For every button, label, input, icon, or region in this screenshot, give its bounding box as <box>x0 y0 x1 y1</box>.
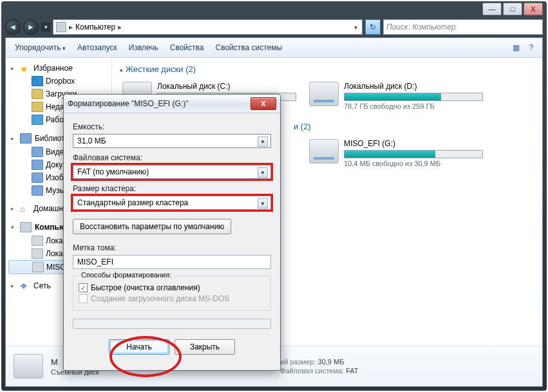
section-header[interactable]: ▴Жесткие диски (2) <box>120 62 534 79</box>
quick-format-checkbox[interactable]: ✓Быстрое (очистка оглавления) <box>79 283 265 292</box>
drive-icon <box>32 236 43 246</box>
folder-icon <box>32 89 43 99</box>
library-icon <box>32 185 43 196</box>
drive-item[interactable]: MISO_EFI (G:)10,4 МБ свободно из 30,9 МБ <box>307 136 486 170</box>
autorun-button[interactable]: Автозапуск <box>72 41 122 54</box>
history-dropdown[interactable]: ▾ <box>41 23 50 32</box>
system-properties-button[interactable]: Свойства системы <box>210 41 287 54</box>
checkbox-icon: ✓ <box>79 283 88 292</box>
home-icon: ⌂ <box>20 204 30 213</box>
chevron-down-icon: ▼ <box>258 136 268 147</box>
computer-icon <box>56 22 66 32</box>
properties-button[interactable]: Свойства <box>165 41 209 54</box>
toolbar: Упорядочить Автозапуск Извлечь Свойства … <box>6 38 542 58</box>
folder-icon <box>32 76 43 86</box>
format-options-label: Способы форматирования: <box>79 271 174 279</box>
nav-group-favorites[interactable]: ▸★Избранное <box>6 62 111 75</box>
hdd-icon <box>309 82 339 106</box>
network-icon: ❖ <box>20 281 30 290</box>
drive-name: MISO_EFI (G:) <box>344 139 483 148</box>
capacity-label: Емкость: <box>73 122 271 131</box>
drive-name: Локальный диск (C:) <box>157 82 296 91</box>
folder-icon <box>32 115 43 125</box>
volume-label-label: Метка тома: <box>73 243 271 252</box>
removable-drive-icon <box>309 139 339 163</box>
breadcrumb-sep-icon: ▸ <box>69 23 73 32</box>
format-options-group: Способы форматирования: ✓Быстрое (очистк… <box>73 275 271 311</box>
dialog-title: Форматирование "MISO_EFI (G:)" <box>68 99 188 108</box>
refresh-button[interactable]: ↻ <box>365 19 381 35</box>
close-dialog-button[interactable]: Закрыть <box>175 339 235 355</box>
chevron-down-icon: ▼ <box>258 198 268 209</box>
computer-icon <box>20 222 32 232</box>
dialog-close-button[interactable]: X <box>250 97 276 110</box>
collapse-icon: ▴ <box>120 66 123 73</box>
star-icon: ★ <box>20 64 30 73</box>
drive-name: Локальный диск (D:) <box>344 82 483 91</box>
maximize-button[interactable]: □ <box>503 3 522 15</box>
msdos-boot-checkbox: Создание загрузочного диска MS-DOS <box>79 294 265 303</box>
organize-menu[interactable]: Упорядочить <box>10 41 71 54</box>
volume-label-input[interactable]: MISO_EFI <box>73 255 271 269</box>
removable-drive-icon <box>14 354 43 378</box>
minimize-button[interactable]: — <box>482 3 502 15</box>
filesystem-combo[interactable]: FAT (по умолчанию)▼ <box>73 165 271 179</box>
format-dialog: Форматирование "MISO_EFI (G:)" X Емкость… <box>63 94 281 371</box>
address-drop-icon[interactable]: ▾ <box>352 24 359 31</box>
breadcrumb-sep-icon: ▸ <box>118 23 122 32</box>
folder-icon <box>32 102 43 112</box>
view-icon[interactable]: ▦ <box>509 41 523 55</box>
back-button[interactable]: ◄ <box>5 19 21 35</box>
drive-icon <box>32 248 43 259</box>
library-icon <box>32 160 43 170</box>
drive-icon <box>32 262 44 272</box>
nav-item[interactable]: Dropbox <box>6 75 111 88</box>
search-input[interactable]: Поиск: Компьютер <box>383 19 543 35</box>
library-icon <box>20 133 32 144</box>
checkbox-icon <box>79 294 88 303</box>
drive-item[interactable]: Локальный диск (D:)78,7 ГБ свободно из 2… <box>307 79 486 113</box>
breadcrumb[interactable]: Компьютер <box>75 23 115 32</box>
capacity-combo[interactable]: 31,0 МБ▼ <box>73 134 271 148</box>
address-bar[interactable]: ▸ Компьютер ▸ ▾ <box>53 19 363 35</box>
library-icon <box>32 147 43 157</box>
library-icon <box>32 173 43 183</box>
extract-button[interactable]: Извлечь <box>124 41 164 54</box>
cluster-size-combo[interactable]: Стандартный размер кластера▼ <box>73 196 271 210</box>
forward-button[interactable]: ► <box>23 19 39 35</box>
dialog-titlebar[interactable]: Форматирование "MISO_EFI (G:)" X <box>64 95 280 113</box>
help-icon[interactable]: ? <box>524 41 538 55</box>
filesystem-label: Файловая система: <box>73 153 271 162</box>
chevron-down-icon: ▼ <box>258 167 268 178</box>
format-progress <box>73 319 271 329</box>
cluster-label: Размер кластера: <box>73 184 271 193</box>
close-button[interactable]: X <box>524 3 543 15</box>
restore-defaults-button[interactable]: Восстановить параметры по умолчанию <box>73 219 231 234</box>
window-titlebar: — □ X <box>1 1 547 17</box>
start-button[interactable]: Начать <box>109 339 169 355</box>
